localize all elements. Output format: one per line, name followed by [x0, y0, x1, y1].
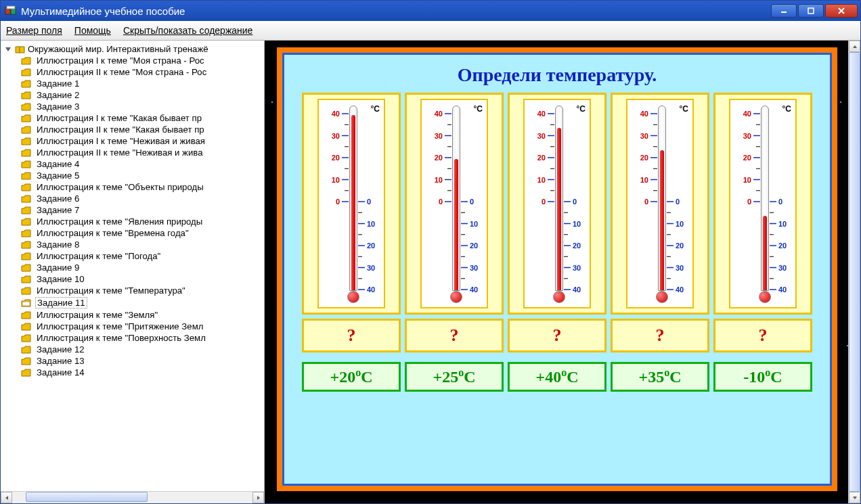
- tree-item[interactable]: Задание 10: [1, 273, 264, 285]
- tree-item-label: Иллюстрация I к теме "Неживая и живая: [35, 136, 206, 146]
- tree-item[interactable]: Иллюстрация к теме "Температура": [1, 285, 264, 296]
- tree-item[interactable]: Задание 4: [1, 158, 264, 170]
- svg-text:40: 40: [640, 110, 648, 118]
- tree-item[interactable]: Задание 8: [1, 239, 264, 250]
- tree-item[interactable]: Иллюстрация I к теме "Неживая и живая: [1, 135, 264, 147]
- tree-item[interactable]: Иллюстрация к теме "Притяжение Земл: [1, 321, 264, 332]
- svg-text:0: 0: [367, 198, 371, 206]
- tree-item[interactable]: Иллюстрация к теме "Поверхность Земл: [1, 332, 264, 344]
- tree-item[interactable]: Иллюстрация к теме "Явления природы: [1, 216, 264, 227]
- tree-item-label: Задание 10: [35, 274, 86, 284]
- option[interactable]: +20oC: [302, 362, 401, 392]
- tree-item[interactable]: Задание 1: [1, 78, 264, 89]
- content-scrollbar-v[interactable]: [848, 41, 860, 503]
- titlebar: Мультимедийное учебное пособие: [1, 1, 860, 21]
- thermometer-body: °C010203040403020100: [523, 99, 591, 308]
- maximize-button[interactable]: [798, 4, 824, 18]
- tree-item[interactable]: Задание 3: [1, 101, 264, 112]
- option[interactable]: +25oC: [405, 362, 504, 392]
- tree-item[interactable]: Иллюстрация II к теме "Какая бывает пр: [1, 124, 264, 135]
- scroll-up-icon[interactable]: [849, 41, 860, 52]
- scroll-thumb-h[interactable]: [26, 492, 148, 502]
- mercury: [454, 159, 458, 291]
- scroll-down-icon[interactable]: [849, 492, 860, 503]
- page-icon: [21, 206, 31, 214]
- page-open-icon: [21, 299, 31, 307]
- thermometer: °C010203040403020100: [405, 93, 504, 315]
- svg-text:20: 20: [676, 242, 684, 250]
- svg-text:20: 20: [537, 154, 546, 162]
- menu-help[interactable]: Помощь: [74, 25, 111, 36]
- thermometer: °C010203040403020100: [611, 93, 709, 315]
- svg-rect-4: [808, 8, 814, 14]
- mercury: [557, 128, 561, 290]
- svg-text:20: 20: [743, 154, 751, 162]
- page-icon: [21, 172, 31, 180]
- sidebar-scrollbar-h[interactable]: [1, 491, 264, 503]
- option[interactable]: -10oC: [713, 362, 812, 392]
- thermometer: °C010203040403020100: [713, 93, 812, 315]
- page-icon: [21, 218, 31, 226]
- svg-text:0: 0: [336, 198, 340, 206]
- tree-item[interactable]: Иллюстрация к теме "Объекты природы: [1, 181, 264, 193]
- svg-text:10: 10: [778, 220, 787, 228]
- tree-root-label: Окружающий мир. Интерактивный тренажё: [28, 44, 208, 54]
- tree-item-label: Задание 2: [35, 90, 81, 100]
- answer-slot[interactable]: ?: [713, 319, 812, 352]
- tree-item[interactable]: Иллюстрация II к теме "Неживая и жива: [1, 147, 264, 158]
- thermometer-tube: [555, 106, 563, 291]
- answer-slot[interactable]: ?: [508, 319, 606, 352]
- svg-text:40: 40: [367, 285, 375, 294]
- svg-text:0: 0: [676, 198, 680, 206]
- tree-item[interactable]: Задание 14: [1, 367, 264, 378]
- tree-item[interactable]: Иллюстрация I к теме "Какая бывает пр: [1, 112, 264, 124]
- svg-text:10: 10: [470, 220, 478, 228]
- collapse-icon[interactable]: [5, 45, 12, 53]
- option[interactable]: +40oC: [508, 362, 606, 392]
- tree-item[interactable]: Иллюстрация I к теме "Моя страна - Рос: [1, 55, 264, 66]
- book-icon: [15, 45, 25, 53]
- tree-root[interactable]: Окружающий мир. Интерактивный тренажё: [1, 43, 264, 55]
- option[interactable]: +35oC: [611, 362, 709, 392]
- answer-slot[interactable]: ?: [405, 319, 504, 352]
- svg-text:30: 30: [573, 264, 581, 272]
- tree-item[interactable]: Задание 9: [1, 262, 264, 273]
- answer-slot[interactable]: ?: [302, 319, 401, 352]
- scroll-thumb-v[interactable]: [849, 52, 860, 492]
- thermometer-body: °C010203040403020100: [317, 99, 385, 308]
- minimize-button[interactable]: [771, 4, 797, 18]
- menubar: Размер поля Помощь Скрыть/показать содер…: [1, 21, 860, 41]
- thermometer-body: °C010203040403020100: [729, 99, 797, 308]
- scroll-right-icon[interactable]: [252, 492, 264, 503]
- mercury: [351, 115, 355, 291]
- page-icon: [21, 195, 31, 203]
- svg-text:0: 0: [573, 198, 577, 206]
- answer-row: ?????: [290, 319, 824, 352]
- tree-item[interactable]: Задание 11: [1, 296, 264, 309]
- tree-item[interactable]: Задание 7: [1, 204, 264, 216]
- menu-field-size[interactable]: Размер поля: [6, 25, 62, 36]
- svg-text:40: 40: [537, 110, 546, 118]
- page-icon: [21, 369, 31, 377]
- tree-item[interactable]: Задание 2: [1, 89, 264, 101]
- toc-tree[interactable]: Окружающий мир. Интерактивный тренажё Ил…: [1, 41, 264, 491]
- svg-text:10: 10: [537, 176, 546, 184]
- svg-text:30: 30: [640, 132, 648, 140]
- answer-slot[interactable]: ?: [611, 319, 709, 352]
- tree-item[interactable]: Иллюстрация к теме "Земля": [1, 309, 264, 321]
- tree-item-label: Иллюстрация к теме "Поверхность Земл: [35, 333, 207, 343]
- menu-toggle-toc[interactable]: Скрыть/показать содержание: [123, 25, 252, 36]
- tree-item[interactable]: Задание 12: [1, 344, 264, 355]
- tree-item-label: Задание 3: [35, 101, 81, 112]
- tree-item[interactable]: Задание 6: [1, 193, 264, 204]
- close-button[interactable]: [825, 4, 858, 18]
- tree-item-label: Задание 6: [35, 193, 81, 204]
- svg-text:10: 10: [676, 220, 684, 228]
- tree-item[interactable]: Задание 5: [1, 170, 264, 181]
- tree-item[interactable]: Иллюстрация к теме "Времена года": [1, 227, 264, 239]
- scroll-left-icon[interactable]: [1, 492, 12, 503]
- page-icon: [21, 229, 31, 237]
- tree-item[interactable]: Иллюстрация к теме "Погода": [1, 250, 264, 262]
- tree-item[interactable]: Задание 13: [1, 355, 264, 367]
- tree-item[interactable]: Иллюстрация II к теме "Моя страна - Рос: [1, 66, 264, 78]
